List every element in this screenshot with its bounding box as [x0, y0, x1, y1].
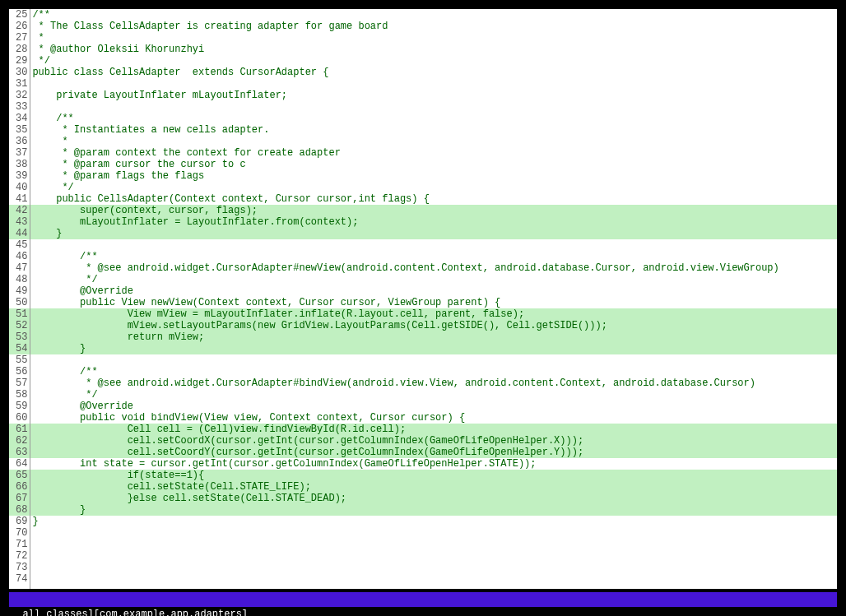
line-number: 63 — [9, 447, 30, 458]
code-line[interactable]: * @author Oleksii Khorunzhyi — [30, 44, 837, 55]
code-line[interactable]: return mView; — [30, 331, 837, 343]
line-number: 74 — [9, 573, 30, 585]
code-line[interactable]: /** — [30, 113, 837, 124]
line-number: 69 — [9, 516, 30, 527]
code-line[interactable]: */ — [30, 274, 837, 285]
line-number: 41 — [9, 193, 30, 205]
code-line[interactable]: if(state==1){ — [30, 470, 837, 481]
code-line[interactable] — [30, 101, 837, 113]
line-number: 49 — [9, 285, 30, 297]
line-number: 53 — [9, 331, 30, 343]
code-line[interactable]: } — [30, 516, 837, 527]
code-line[interactable] — [30, 550, 837, 562]
code-line[interactable]: /** — [30, 9, 837, 21]
line-number: 59 — [9, 401, 30, 412]
code-line[interactable]: * @param flags the flags — [30, 170, 837, 182]
code-line[interactable]: * @param cursor the cursor to c — [30, 159, 837, 170]
code-line[interactable]: public class CellsAdapter extends Cursor… — [30, 67, 837, 78]
code-line[interactable]: public CellsAdapter(Context context, Cur… — [30, 193, 837, 205]
line-number: 46 — [9, 251, 30, 262]
line-number: 70 — [9, 527, 30, 539]
code-line[interactable]: } — [30, 504, 837, 516]
line-number: 68 — [9, 504, 30, 516]
code-line[interactable]: @Override — [30, 285, 837, 297]
code-line[interactable]: * @param context the context for create … — [30, 147, 837, 159]
code-line[interactable]: * The Class CellsAdapter is creating ada… — [30, 21, 837, 32]
code-line[interactable] — [30, 527, 837, 539]
editor-area: 2526272829303132333435363738394041424344… — [0, 0, 846, 589]
line-number: 55 — [9, 354, 30, 366]
code-line[interactable]: mLayoutInflater = LayoutInflater.from(co… — [30, 216, 837, 228]
line-number: 40 — [9, 182, 30, 193]
line-number: 47 — [9, 262, 30, 274]
line-number: 48 — [9, 274, 30, 285]
line-number: 28 — [9, 44, 30, 55]
code-line[interactable]: /** — [30, 366, 837, 377]
line-number: 39 — [9, 170, 30, 182]
line-number: 58 — [9, 389, 30, 401]
code-content[interactable]: /** * The Class CellsAdapter is creating… — [30, 9, 837, 589]
code-line[interactable]: cell.setCoordX(cursor.getInt(cursor.getC… — [30, 435, 837, 447]
code-line[interactable] — [30, 573, 837, 585]
code-line[interactable]: public void bindView(View view, Context … — [30, 412, 837, 424]
code-line[interactable]: * Instantiates a new cells adapter. — [30, 124, 837, 136]
code-line[interactable]: View mView = mLayoutInflater.inflate(R.l… — [30, 308, 837, 320]
line-number: 34 — [9, 113, 30, 124]
line-number: 30 — [9, 67, 30, 78]
line-number: 71 — [9, 539, 30, 550]
line-number: 44 — [9, 228, 30, 239]
code-line[interactable] — [30, 354, 837, 366]
code-line[interactable]: public View newView(Context context, Cur… — [30, 297, 837, 308]
line-number: 51 — [9, 308, 30, 320]
code-line[interactable]: super(context, cursor, flags); — [30, 205, 837, 216]
code-line[interactable]: * @see android.widget.CursorAdapter#newV… — [30, 262, 837, 274]
code-line[interactable]: cell.setCoordY(cursor.getInt(cursor.getC… — [30, 447, 837, 458]
code-line[interactable]: }else cell.setState(Cell.STATE_DEAD); — [30, 493, 837, 504]
code-line[interactable]: cell.setState(Cell.STATE_LIFE); — [30, 481, 837, 493]
line-number: 60 — [9, 412, 30, 424]
code-line[interactable] — [30, 239, 837, 251]
code-line[interactable]: * @see android.widget.CursorAdapter#bind… — [30, 377, 837, 389]
line-number: 33 — [9, 101, 30, 113]
line-number: 56 — [9, 366, 30, 377]
code-line[interactable]: private LayoutInflater mLayoutInflater; — [30, 90, 837, 101]
code-line[interactable]: */ — [30, 182, 837, 193]
code-line[interactable]: @Override — [30, 401, 837, 412]
code-line[interactable] — [30, 562, 837, 573]
line-number: 64 — [9, 458, 30, 470]
line-number: 54 — [9, 343, 30, 354]
line-number: 73 — [9, 562, 30, 573]
line-number: 26 — [9, 21, 30, 32]
line-number: 66 — [9, 481, 30, 493]
code-line[interactable]: */ — [30, 55, 837, 67]
line-number: 43 — [9, 216, 30, 228]
line-number: 57 — [9, 377, 30, 389]
line-number: 50 — [9, 297, 30, 308]
line-number: 52 — [9, 320, 30, 331]
code-line[interactable]: int state = cursor.getInt(cursor.getColu… — [30, 458, 837, 470]
status-bar-text: all classes][com.example.app.adapters] — [22, 609, 248, 616]
line-number: 65 — [9, 470, 30, 481]
line-number: 27 — [9, 32, 30, 44]
line-number: 42 — [9, 205, 30, 216]
code-line[interactable]: */ — [30, 389, 837, 401]
code-line[interactable]: } — [30, 228, 837, 239]
code-line[interactable]: * — [30, 32, 837, 44]
line-number: 29 — [9, 55, 30, 67]
code-line[interactable]: * — [30, 136, 837, 147]
code-line[interactable]: } — [30, 343, 837, 354]
line-number: 31 — [9, 78, 30, 90]
line-number: 67 — [9, 493, 30, 504]
line-number: 61 — [9, 424, 30, 435]
code-line[interactable]: Cell cell = (Cell)view.findViewById(R.id… — [30, 424, 837, 435]
line-number: 45 — [9, 239, 30, 251]
line-number: 37 — [9, 147, 30, 159]
line-number: 72 — [9, 550, 30, 562]
status-bar[interactable]: all classes][com.example.app.adapters] — [0, 589, 846, 616]
code-line[interactable] — [30, 78, 837, 90]
code-line[interactable]: /** — [30, 251, 837, 262]
line-number: 32 — [9, 90, 30, 101]
code-line[interactable]: mView.setLayoutParams(new GridView.Layou… — [30, 320, 837, 331]
line-number: 25 — [9, 9, 30, 21]
code-line[interactable] — [30, 539, 837, 550]
